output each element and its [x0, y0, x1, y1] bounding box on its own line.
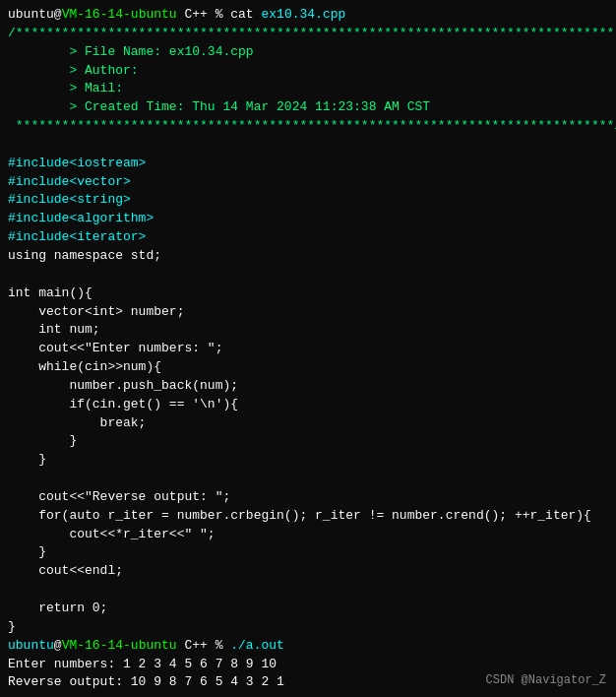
int-decl: int num;: [8, 322, 100, 337]
prompt2-text: C++ %: [177, 638, 231, 653]
terminal-content: ubuntu@VM-16-14-ubuntu C++ % cat ex10.34…: [8, 6, 608, 692]
include-iostream: #include<iostream>: [8, 156, 146, 170]
run-cmd: ./a.out: [230, 638, 284, 653]
prompt2-at: @: [54, 638, 62, 653]
stars-top: /***************************************…: [8, 26, 614, 40]
output-reverse: Reverse output: 10 9 8 7 6 5 4 3 2 1: [8, 674, 284, 689]
for-close: }: [8, 544, 46, 559]
output-enter: Enter numbers: 1 2 3 4 5 6 7 8 9 10: [8, 657, 277, 671]
watermark: CSDN @Navigator_Z: [486, 673, 606, 687]
while-close: }: [8, 452, 46, 467]
for-loop: for(auto r_iter = number.crbegin(); r_it…: [8, 508, 591, 523]
if-cin-get: if(cin.get() == '\n'){: [8, 397, 238, 412]
while-loop: while(cin>>num){: [8, 359, 161, 374]
prompt2-hostname: VM-16-14-ubuntu: [62, 638, 177, 653]
cout-endl: cout<<endl;: [8, 563, 123, 578]
username: ubuntu: [8, 7, 54, 22]
created-time-comment: > Created Time: Thu 14 Mar 2024 11:23:38…: [8, 99, 430, 114]
include-iterator: #include<iterator>: [8, 229, 146, 244]
main-close: }: [8, 619, 16, 634]
push-back: number.push_back(num);: [8, 378, 238, 393]
author-comment: > Author:: [8, 63, 139, 78]
prompt-text: C++ % cat: [177, 7, 262, 22]
hostname: VM-16-14-ubuntu: [62, 7, 177, 22]
main-func: int main(){: [8, 285, 92, 300]
at-sign: @: [54, 7, 62, 22]
include-algorithm: #include<algorithm>: [8, 211, 154, 225]
prompt2-user: ubuntu: [8, 638, 54, 653]
include-vector: #include<vector>: [8, 174, 131, 189]
break-stmt: break;: [8, 415, 146, 430]
cout-enter: cout<<"Enter numbers: ";: [8, 341, 222, 355]
vector-decl: vector<int> number;: [8, 304, 184, 319]
cout-reverse: cout<<"Reverse output: ";: [8, 489, 230, 504]
cout-iter: cout<<*r_iter<<" ";: [8, 527, 216, 541]
terminal: ubuntu@VM-16-14-ubuntu C++ % cat ex10.34…: [0, 0, 616, 697]
if-close: }: [8, 433, 77, 448]
stars-bottom: ****************************************…: [8, 118, 616, 133]
file-name-comment: > File Name: ex10.34.cpp: [8, 44, 254, 59]
include-string: #include<string>: [8, 192, 131, 207]
filename: ex10.34.cpp: [261, 7, 345, 22]
using-namespace: using namespace std;: [8, 248, 161, 263]
mail-comment: > Mail:: [8, 81, 123, 95]
return-stmt: return 0;: [8, 601, 107, 615]
